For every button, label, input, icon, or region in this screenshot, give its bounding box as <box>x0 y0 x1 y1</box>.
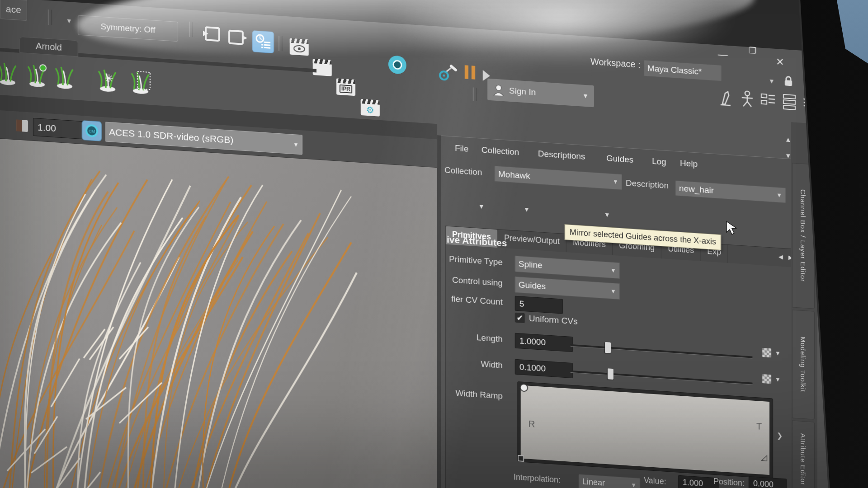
render-settings-icon[interactable]: ⚙ <box>361 99 380 117</box>
view-transform-value: ACES 1.0 SDR-video (sRGB) <box>109 127 233 145</box>
chevron-down-icon: ▼ <box>608 178 618 185</box>
chevron-down-icon: ▼ <box>582 92 589 100</box>
xgen-groom-sculpt-icon[interactable] <box>25 62 49 89</box>
symmetry-button[interactable]: Symmetry: Off <box>78 15 178 42</box>
ramp-value-field[interactable]: 1.000 <box>678 475 719 488</box>
control-using-value: Guides <box>519 280 546 291</box>
render-view-icon[interactable] <box>290 38 309 56</box>
toolbar-separator[interactable] <box>189 22 193 38</box>
photo-of-monitor: ace ▼ Symmetry: Off IPR ⚙ ⬢ <box>0 0 868 488</box>
length-texture-icon[interactable] <box>762 348 771 357</box>
width-value: 0.1000 <box>519 362 546 374</box>
viewport-pane[interactable]: 1.00 CM ACES 1.0 SDR-video (sRGB) ▼ <box>0 110 437 488</box>
toolbar-separator[interactable] <box>48 9 52 25</box>
ramp-value: 1.000 <box>683 478 703 488</box>
tab-scroll-left[interactable]: ◀ <box>778 253 783 260</box>
shelf-tab-arnold[interactable]: Arnold <box>19 37 78 57</box>
grease-pencil-icon[interactable] <box>719 89 734 107</box>
attribute-editor-icon[interactable] <box>782 93 797 111</box>
xgen-groom-grass-icon[interactable] <box>52 64 77 91</box>
svg-text:CM: CM <box>89 129 95 134</box>
sign-in-button[interactable]: Sign In ▼ <box>487 79 594 108</box>
svg-text:✳: ✳ <box>104 72 113 84</box>
minimize-button[interactable]: — <box>718 48 728 61</box>
chevron-down-icon[interactable]: ▼ <box>775 350 781 357</box>
xgen-menu-guides[interactable]: Guides <box>606 153 633 165</box>
humanik-icon[interactable] <box>740 90 755 108</box>
loop-out-icon[interactable] <box>227 28 247 47</box>
sidebar-toggle-icons <box>719 89 816 112</box>
time-editor-icon[interactable] <box>252 30 274 53</box>
ramp-left-marker: R <box>528 419 535 430</box>
xgen-menu-file[interactable]: File <box>455 143 469 154</box>
width-slider-handle[interactable] <box>608 368 613 380</box>
toolbar-separator[interactable] <box>473 87 477 101</box>
chevron-down-icon: ▼ <box>626 481 637 488</box>
side-tab-modeling-toolkit[interactable]: Modeling Toolkit <box>792 310 815 419</box>
viewport-renderer-icon[interactable] <box>15 118 29 133</box>
ramp-position: 0.000 <box>753 479 774 488</box>
loop-in-icon[interactable] <box>202 24 222 44</box>
chevron-down-icon[interactable]: ▼ <box>478 202 485 210</box>
chevron-down-icon[interactable]: ▼ <box>775 376 781 383</box>
ramp-resize-handle[interactable]: ◿ <box>761 452 767 463</box>
ramp-expand-arrow[interactable]: ❯ <box>777 431 783 440</box>
workspace-label: Workspace : <box>590 56 641 70</box>
length-slider-handle[interactable] <box>605 342 611 353</box>
xgen-menu-help[interactable]: Help <box>680 158 698 169</box>
pane-split-divider[interactable] <box>437 135 441 488</box>
sign-in-label: Sign In <box>509 86 536 98</box>
render-setup-icon[interactable] <box>387 54 408 76</box>
color-management-icon[interactable]: CM <box>82 120 102 141</box>
primitive-type-value: Spline <box>519 259 542 271</box>
length-value: 1.0000 <box>519 336 546 347</box>
width-texture-icon[interactable] <box>762 374 771 384</box>
xgen-menu-log[interactable]: Log <box>652 156 666 167</box>
chevron-down-icon[interactable]: ▼ <box>769 77 775 85</box>
ipr-render-icon[interactable]: IPR <box>336 78 355 96</box>
surface-menu-partial-button[interactable]: ace <box>0 0 27 21</box>
ramp-value-label: Value: <box>644 476 666 487</box>
side-tab-attribute-editor[interactable]: Attribute Editor <box>792 420 815 488</box>
panel-scroll-down[interactable]: ▼ <box>785 151 792 160</box>
ramp-position-label: Position: <box>713 477 745 488</box>
width-ramp-widget[interactable]: R T ◿ <box>518 382 773 478</box>
ipr-label: IPR <box>340 84 352 94</box>
xgen-groom-freeze-icon[interactable]: ✳ <box>95 67 120 94</box>
close-button[interactable]: ✕ <box>776 56 784 68</box>
chevron-down-icon[interactable]: ▼ <box>604 211 610 219</box>
xgen-groom-region-icon[interactable] <box>128 69 153 96</box>
ramp-index-handle[interactable] <box>518 455 524 462</box>
pause-icon[interactable] <box>465 65 475 80</box>
panel-scroll-up[interactable]: ▲ <box>785 135 792 143</box>
chevron-down-icon: ▼ <box>772 191 782 199</box>
ramp-position-field[interactable]: 0.000 <box>749 476 787 488</box>
ramp-canvas[interactable] <box>521 385 769 475</box>
restore-button[interactable]: ❐ <box>749 45 756 56</box>
chevron-down-icon: ▼ <box>606 287 616 295</box>
workspace-selector[interactable]: Maya Classic* <box>644 60 722 81</box>
chevron-down-icon[interactable]: ▼ <box>524 206 530 213</box>
cv-count-field[interactable]: 5 <box>515 296 563 314</box>
render-current-frame-icon[interactable] <box>313 59 332 76</box>
workspace-value: Maya Classic* <box>647 63 702 77</box>
shelf-tab-label: Arnold <box>36 41 62 53</box>
uniform-cvs-checkbox[interactable]: ✔ <box>515 313 525 323</box>
channel-box-icon[interactable] <box>760 91 777 109</box>
interpolation-value: Linear <box>582 477 605 488</box>
paint-settings-icon[interactable] <box>438 62 458 82</box>
chevron-down-icon: ▼ <box>288 141 299 148</box>
chevron-down-icon[interactable]: ▼ <box>66 17 72 25</box>
cv-count-value: 5 <box>519 299 524 309</box>
layers-icon[interactable] <box>803 94 816 112</box>
xgen-groom-partial-icon[interactable] <box>0 60 20 87</box>
side-tab-channel-box-layer-editor[interactable]: Channel Box / Layer Editor <box>792 163 815 309</box>
chevron-down-icon: ▼ <box>606 267 616 274</box>
exposure-field[interactable]: 1.00 <box>33 118 84 139</box>
ramp-point-handle[interactable] <box>519 382 529 394</box>
collection-value: Mohawk <box>498 169 530 181</box>
description-value: new_hair <box>679 183 714 196</box>
lock-icon[interactable] <box>784 75 793 89</box>
toolbar-separator[interactable] <box>278 36 283 52</box>
exposure-value: 1.00 <box>38 122 56 134</box>
